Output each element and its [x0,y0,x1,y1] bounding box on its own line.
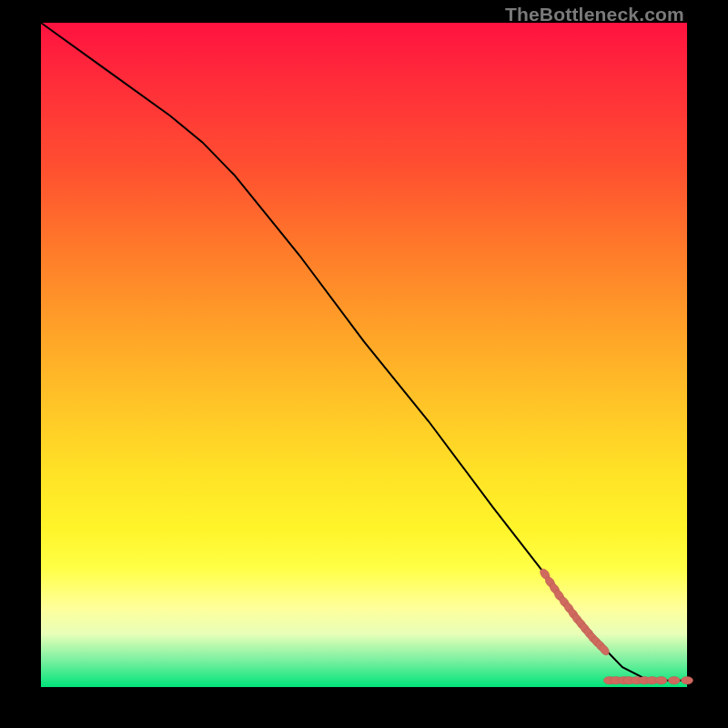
curve-path [41,23,687,681]
chart-frame: TheBottleneck.com [0,0,728,728]
chart-overlay [41,23,687,687]
marker-dot [668,677,680,684]
marker-cluster [538,567,693,684]
marker-dot [682,677,693,684]
marker-dot [655,677,667,684]
